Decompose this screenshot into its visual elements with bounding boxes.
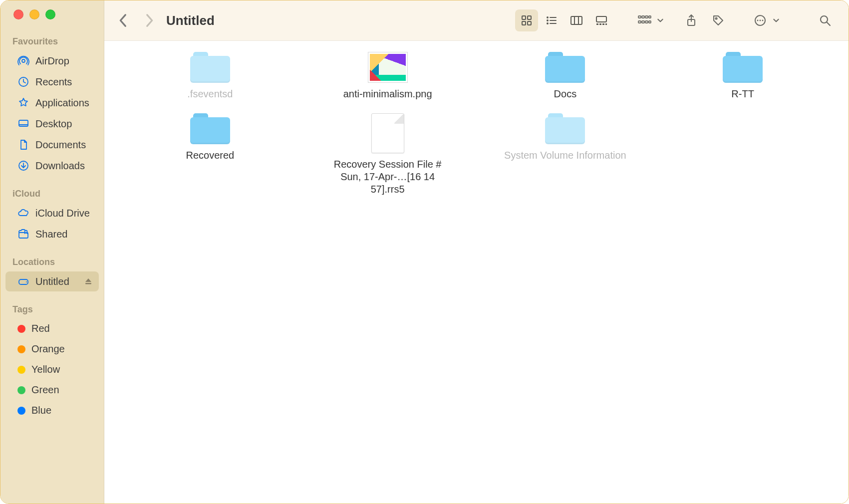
file-item[interactable]: Recovery Session File # Sun, 17-Apr-…[16… bbox=[302, 113, 474, 196]
back-button[interactable] bbox=[112, 9, 134, 31]
sidebar-item-red[interactable]: Red bbox=[5, 319, 99, 338]
svg-point-44 bbox=[821, 16, 828, 23]
tag-color-dot bbox=[17, 366, 25, 374]
sidebar-item-label: Green bbox=[31, 384, 59, 396]
sidebar-item-label: Shared bbox=[35, 229, 68, 240]
svg-rect-31 bbox=[645, 16, 648, 18]
chevron-down-icon bbox=[773, 17, 780, 24]
sidebar-item-yellow[interactable]: Yellow bbox=[5, 360, 99, 379]
fullscreen-window-button[interactable] bbox=[45, 9, 55, 19]
chevron-down-icon bbox=[657, 17, 664, 24]
file-name-label: System Volume Information bbox=[504, 149, 626, 162]
main-pane: Untitled bbox=[104, 0, 849, 504]
tag-color-dot bbox=[17, 345, 25, 353]
svg-rect-26 bbox=[599, 23, 601, 25]
sidebar-section-head: Locations bbox=[0, 254, 104, 270]
sidebar-item-orange[interactable]: Orange bbox=[5, 339, 99, 359]
file-name-label: anti-minimalism.png bbox=[343, 88, 432, 100]
icon-view-button[interactable] bbox=[515, 9, 538, 31]
tag-color-dot bbox=[17, 386, 25, 394]
sidebar-item-untitled[interactable]: Untitled bbox=[5, 271, 99, 291]
file-item[interactable]: System Volume Information bbox=[480, 113, 651, 196]
desktop-icon bbox=[17, 118, 29, 130]
downloads-icon bbox=[17, 160, 29, 172]
tags-button[interactable] bbox=[707, 9, 730, 31]
toolbar: Untitled bbox=[104, 0, 849, 41]
more-actions-button[interactable] bbox=[749, 9, 780, 31]
ellipsis-circle-icon bbox=[749, 9, 772, 31]
minimize-window-button[interactable] bbox=[29, 9, 39, 19]
view-switcher bbox=[514, 8, 614, 32]
sidebar-item-recents[interactable]: Recents bbox=[5, 72, 99, 92]
file-item[interactable]: Docs bbox=[480, 52, 651, 100]
svg-rect-14 bbox=[528, 21, 531, 25]
sidebar-item-label: Applications bbox=[35, 97, 89, 109]
recents-icon bbox=[17, 76, 29, 88]
svg-point-17 bbox=[547, 20, 548, 21]
svg-point-42 bbox=[760, 20, 761, 21]
list-view-button[interactable] bbox=[540, 9, 563, 31]
svg-point-9 bbox=[26, 281, 27, 282]
group-by-icon bbox=[633, 9, 656, 31]
file-item[interactable]: Recovered bbox=[124, 113, 296, 196]
documents-icon bbox=[17, 139, 29, 151]
sidebar-item-shared[interactable]: Shared bbox=[5, 224, 99, 244]
file-name-label: Recovery Session File # Sun, 17-Apr-…[16… bbox=[325, 158, 450, 196]
forward-button[interactable] bbox=[138, 9, 160, 31]
svg-rect-35 bbox=[645, 21, 648, 23]
file-name-label: R-TT bbox=[731, 88, 754, 100]
gallery-view-button[interactable] bbox=[590, 9, 613, 31]
sidebar-item-label: Yellow bbox=[31, 364, 60, 375]
sidebar-item-applications[interactable]: Applications bbox=[5, 93, 99, 113]
svg-point-15 bbox=[547, 17, 548, 18]
folder-icon bbox=[190, 113, 230, 144]
sidebar-section-head: Tags bbox=[0, 301, 104, 318]
search-button[interactable] bbox=[814, 9, 837, 31]
svg-point-7 bbox=[25, 231, 27, 233]
svg-rect-11 bbox=[522, 16, 526, 19]
folder-icon bbox=[723, 52, 763, 83]
svg-line-45 bbox=[827, 22, 830, 25]
file-item[interactable]: R-TT bbox=[657, 52, 829, 100]
document-icon bbox=[371, 113, 404, 153]
sidebar-item-blue[interactable]: Blue bbox=[5, 401, 99, 420]
sidebar-item-airdrop[interactable]: AirDrop bbox=[5, 51, 99, 71]
svg-rect-25 bbox=[596, 23, 598, 25]
sidebar-item-documents[interactable]: Documents bbox=[5, 135, 99, 155]
file-item[interactable]: anti-minimalism.png bbox=[302, 52, 474, 100]
sidebar-item-label: Downloads bbox=[35, 160, 85, 172]
svg-point-39 bbox=[715, 17, 717, 19]
sidebar-item-green[interactable]: Green bbox=[5, 380, 99, 400]
file-item[interactable]: .fseventsd bbox=[124, 52, 296, 100]
file-name-label: .fseventsd bbox=[187, 88, 233, 100]
tag-color-dot bbox=[17, 325, 25, 333]
svg-rect-27 bbox=[602, 23, 604, 25]
sidebar-item-label: Recents bbox=[35, 76, 72, 88]
finder-window: FavouritesAirDropRecentsApplicationsDesk… bbox=[0, 0, 849, 504]
sidebar-item-icloud-drive[interactable]: iCloud Drive bbox=[5, 203, 99, 223]
svg-point-19 bbox=[547, 23, 548, 24]
folder-icon bbox=[545, 113, 585, 144]
content-area[interactable]: .fseventsdanti-minimalism.pngDocsR-TTRec… bbox=[104, 41, 849, 504]
svg-rect-34 bbox=[642, 21, 644, 23]
sidebar-item-desktop[interactable]: Desktop bbox=[5, 114, 99, 134]
svg-rect-33 bbox=[638, 21, 641, 23]
file-name-label: Recovered bbox=[186, 149, 235, 162]
svg-rect-30 bbox=[642, 16, 644, 18]
svg-rect-28 bbox=[605, 23, 607, 25]
close-window-button[interactable] bbox=[13, 9, 23, 19]
svg-rect-2 bbox=[19, 120, 28, 126]
sidebar-item-label: Orange bbox=[31, 343, 65, 355]
column-view-button[interactable] bbox=[565, 9, 588, 31]
share-button[interactable] bbox=[680, 9, 703, 31]
disk-icon bbox=[17, 275, 29, 287]
sidebar-item-downloads[interactable]: Downloads bbox=[5, 156, 99, 176]
applications-icon bbox=[17, 97, 29, 109]
eject-icon[interactable] bbox=[84, 277, 93, 286]
sidebar-item-label: AirDrop bbox=[35, 55, 69, 67]
folder-icon bbox=[545, 52, 585, 83]
shared-icon bbox=[17, 228, 29, 240]
group-by-control[interactable] bbox=[633, 9, 664, 31]
folder-icon bbox=[190, 52, 230, 83]
svg-rect-12 bbox=[528, 16, 531, 19]
